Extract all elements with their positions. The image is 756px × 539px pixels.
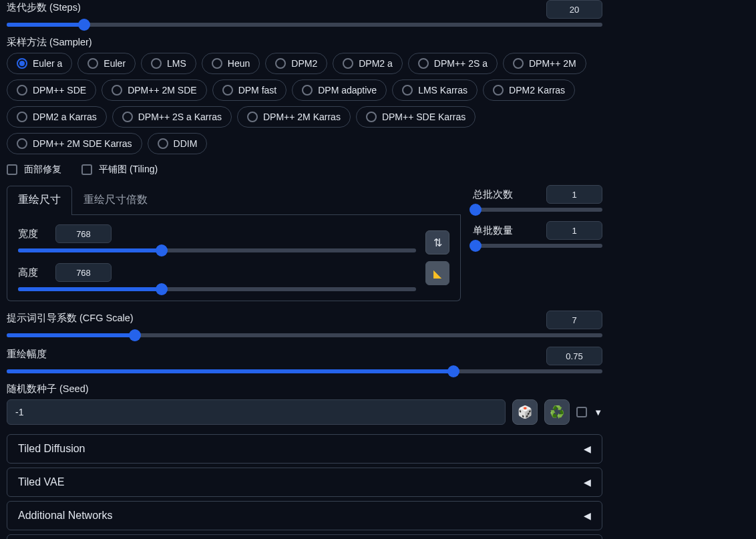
sampler-option[interactable]: DPM++ SDE	[7, 79, 96, 101]
steps-label: 迭代步数 (Steps)	[7, 1, 81, 14]
chevron-left-icon: ◀	[584, 443, 591, 454]
seed-random-button[interactable]: 🎲	[512, 399, 538, 425]
batch-size-slider[interactable]	[473, 244, 602, 248]
seed-reuse-button[interactable]: ♻️	[544, 399, 570, 425]
batch-count-slider[interactable]	[473, 208, 602, 212]
width-value[interactable]: 768	[55, 224, 112, 243]
radio-icon	[17, 58, 27, 69]
seed-extra-check[interactable]	[576, 407, 587, 417]
radio-icon	[275, 58, 286, 69]
radio-icon	[17, 138, 27, 149]
steps-slider[interactable]	[7, 23, 602, 27]
sampler-option[interactable]: DPM++ 2S a	[408, 53, 498, 74]
sampler-label: 采样方法 (Sampler)	[7, 36, 602, 49]
sampler-option-label: DPM++ 2M SDE	[128, 85, 196, 96]
sampler-option-label: DPM++ 2M SDE Karras	[33, 138, 132, 149]
sampler-option[interactable]: DPM++ 2M SDE Karras	[7, 133, 142, 154]
sampler-option[interactable]: Euler a	[7, 53, 72, 74]
accordion-header[interactable]: ControlNet v1.1.231◀	[7, 534, 602, 539]
checkbox-icon	[81, 164, 92, 175]
denoise-slider[interactable]	[7, 369, 602, 373]
sampler-option[interactable]: DPM2 a Karras	[7, 106, 107, 128]
swap-icon: ⇅	[433, 236, 442, 249]
sampler-option-label: DPM2	[291, 58, 317, 69]
recycle-icon: ♻️	[550, 405, 564, 419]
dice-icon: 🎲	[518, 405, 532, 419]
ruler-icon: ◣	[433, 267, 441, 280]
sampler-option[interactable]: Heun	[202, 53, 260, 74]
sampler-option[interactable]: DPM2	[265, 53, 327, 74]
sampler-option[interactable]: DPM++ 2M	[503, 53, 586, 74]
width-slider[interactable]	[18, 248, 416, 252]
radio-icon	[212, 58, 222, 69]
height-slider[interactable]	[18, 287, 416, 291]
sampler-option[interactable]: DDIM	[148, 133, 208, 154]
sampler-option-label: DPM adaptive	[318, 85, 377, 96]
tab-resize-scale[interactable]: 重绘尺寸倍数	[72, 186, 159, 215]
sampler-option[interactable]: LMS	[141, 53, 196, 74]
cfg-label: 提示词引导系数 (CFG Scale)	[7, 312, 134, 325]
tiling-check[interactable]: 平铺图 (Tiling)	[81, 164, 158, 176]
batch-size-value[interactable]: 1	[546, 221, 602, 240]
seed-expand-icon[interactable]: ▼	[594, 407, 602, 417]
swap-dims-button[interactable]: ⇅	[425, 230, 449, 254]
sampler-option[interactable]: LMS Karras	[392, 79, 478, 101]
width-label: 宽度	[18, 228, 45, 240]
accordion-title: Additional Networks	[18, 510, 112, 522]
sampler-option[interactable]: DPM2 Karras	[483, 79, 575, 101]
sampler-option[interactable]: DPM2 a	[333, 53, 403, 74]
radio-icon	[112, 85, 122, 96]
accordion-header[interactable]: Additional Networks◀	[7, 501, 602, 530]
sampler-option-label: DPM++ SDE Karras	[382, 112, 465, 122]
sampler-option[interactable]: DPM++ SDE Karras	[356, 106, 476, 128]
denoise-label: 重绘幅度	[7, 348, 47, 361]
radio-icon	[402, 85, 413, 96]
denoise-value[interactable]: 0.75	[546, 347, 602, 365]
steps-value[interactable]: 20	[546, 0, 602, 19]
radio-icon	[418, 58, 429, 69]
sampler-option[interactable]: Euler	[77, 53, 136, 74]
batch-size-label: 单批数量	[473, 224, 513, 237]
radio-icon	[17, 85, 27, 96]
radio-icon	[17, 112, 27, 122]
sampler-option[interactable]: DPM fast	[212, 79, 287, 101]
height-value[interactable]: 768	[55, 263, 112, 282]
accordion-title: Tiled Diffusion	[18, 443, 85, 455]
radio-icon	[151, 58, 162, 69]
radio-icon	[493, 85, 504, 96]
accordion-header[interactable]: Tiled Diffusion◀	[7, 434, 602, 464]
ruler-button[interactable]: ◣	[425, 261, 449, 285]
sampler-option[interactable]: DPM++ 2S a Karras	[112, 106, 232, 128]
face-restore-check[interactable]: 面部修复	[7, 164, 61, 176]
cfg-value[interactable]: 7	[546, 311, 602, 329]
batch-count-value[interactable]: 1	[546, 185, 602, 204]
sampler-option[interactable]: DPM++ 2M Karras	[237, 106, 351, 128]
sampler-option-label: DPM++ 2S a Karras	[138, 112, 222, 122]
radio-icon	[222, 85, 233, 96]
sampler-option-label: DPM++ 2M Karras	[263, 112, 341, 122]
sampler-option-label: LMS	[167, 58, 186, 69]
seed-input[interactable]	[7, 399, 506, 425]
sampler-option-label: DPM++ 2M	[529, 58, 576, 69]
radio-icon	[247, 112, 258, 122]
tiling-label: 平铺图 (Tiling)	[99, 164, 158, 176]
sampler-option-label: DPM++ 2S a	[434, 58, 488, 69]
sampler-option-label: DPM2 Karras	[509, 85, 565, 96]
sampler-option-label: DPM2 a	[359, 58, 393, 69]
radio-icon	[513, 58, 524, 69]
sampler-radio-group: Euler aEulerLMSHeunDPM2DPM2 aDPM++ 2S aD…	[7, 53, 602, 154]
radio-icon	[87, 58, 98, 69]
chevron-left-icon: ◀	[584, 510, 591, 521]
sampler-option-label: DPM fast	[238, 85, 277, 96]
sampler-option[interactable]: DPM adaptive	[292, 79, 387, 101]
radio-icon	[302, 85, 313, 96]
sampler-option-label: DDIM	[174, 138, 198, 149]
sampler-option-label: LMS Karras	[418, 85, 467, 96]
cfg-slider[interactable]	[7, 333, 602, 337]
face-restore-label: 面部修复	[24, 164, 61, 176]
sampler-option-label: Euler	[104, 58, 126, 69]
accordion-header[interactable]: Tiled VAE◀	[7, 468, 602, 497]
accordion-title: Tiled VAE	[18, 476, 64, 488]
tab-resize-size[interactable]: 重绘尺寸	[7, 186, 72, 215]
sampler-option[interactable]: DPM++ 2M SDE	[102, 79, 206, 101]
